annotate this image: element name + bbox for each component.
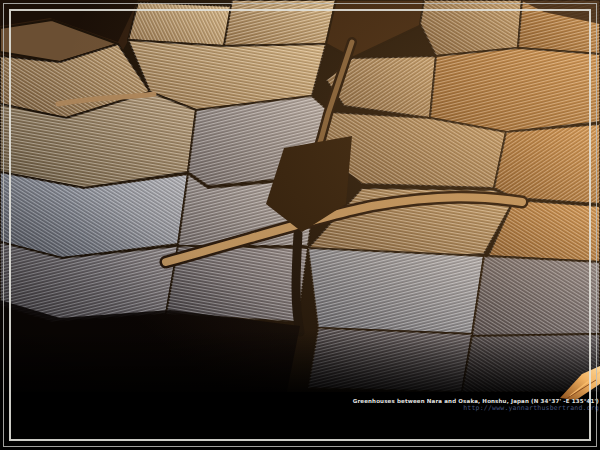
caption-url: http://www.yannarthusbertrand.org — [353, 405, 599, 411]
aerial-photo-greenhouses — [0, 0, 600, 450]
bottom-fade — [0, 330, 600, 400]
wallpaper: Greenhouses between Nara and Osaka, Hons… — [0, 0, 600, 450]
photo-caption: Greenhouses between Nara and Osaka, Hons… — [353, 398, 599, 411]
